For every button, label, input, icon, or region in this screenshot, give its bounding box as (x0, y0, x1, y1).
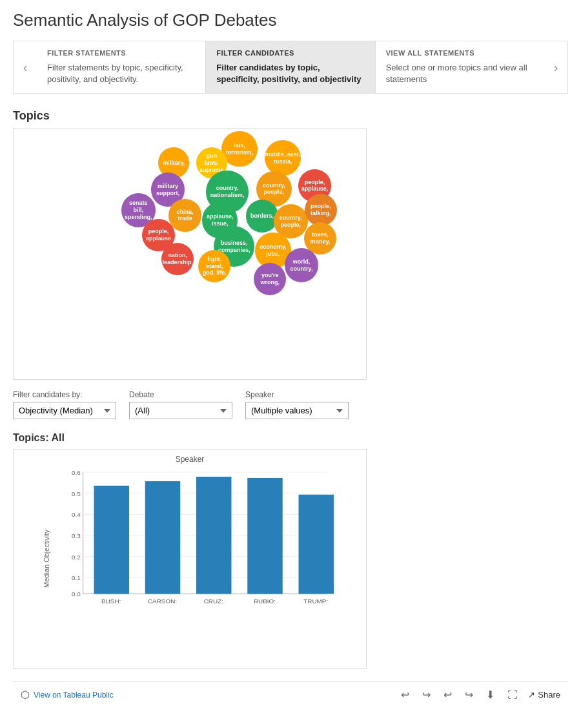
svg-text:0.0: 0.0 (72, 591, 81, 598)
chart-title: Topics: All (13, 432, 568, 444)
bubble-20[interactable]: fight, stand, god, life, (198, 250, 230, 282)
tableau-link[interactable]: View on Tableau Public (34, 691, 114, 700)
chart-y-axis-label: Median Objectivity (43, 530, 50, 588)
redo2-button[interactable]: ↪ (462, 687, 476, 702)
svg-text:RUBIO:: RUBIO: (254, 598, 276, 605)
carousel-right-arrow[interactable]: › (544, 41, 567, 93)
undo-button[interactable]: ↩ (398, 687, 412, 702)
carousel-item-title-2: FILTER CANDIDATES (216, 49, 364, 57)
filter-group-debate: Debate (All) Debate 1 Debate 2 Debate 3 (129, 390, 232, 419)
svg-text:BUSH:: BUSH: (101, 598, 121, 605)
footer-left: ⬡ View on Tableau Public (21, 689, 114, 701)
debate-label: Debate (129, 390, 232, 399)
bar-trump (299, 495, 334, 594)
debate-select[interactable]: (All) Debate 1 Debate 2 Debate 3 (129, 402, 232, 419)
share-icon: ↗ (528, 690, 535, 700)
filter-by-label: Filter candidates by: (13, 390, 116, 399)
share-button[interactable]: ↗ Share (528, 690, 560, 700)
bar-carson (145, 481, 180, 594)
filter-row: Filter candidates by: Objectivity (Media… (13, 390, 568, 419)
carousel-item-title-1: FILTER STATEMENTS (47, 49, 195, 57)
undo2-button[interactable]: ↩ (441, 687, 454, 702)
topics-bubble-chart: isis, terrorism,middle_east, russia,mili… (13, 128, 367, 380)
svg-text:CRUZ:: CRUZ: (204, 598, 223, 605)
bubble-11[interactable]: borders, (246, 200, 278, 232)
filter-group-speaker: Speaker (Multiple values) BUSH: CARSON: … (245, 390, 349, 419)
download-button[interactable]: ⬇ (484, 687, 497, 702)
bubble-19[interactable]: nation, leadership, (161, 243, 194, 275)
bar-bush (94, 486, 128, 594)
carousel-item-title-3: VIEW ALL STATEMENTS (386, 49, 534, 57)
footer-right: ↩ ↪ ↩ ↪ ⬇ ⛶ ↗ Share (398, 687, 560, 702)
topics-section-title: Topics (13, 109, 568, 123)
redo-button[interactable]: ↪ (420, 687, 433, 702)
svg-text:0.4: 0.4 (72, 512, 81, 519)
bar-chart-svg: 0.6 0.5 0.4 0.3 0.2 0.1 0.0 BUSH: CARSON… (59, 456, 334, 629)
bar-cruz (196, 477, 231, 594)
bubble-1[interactable]: middle_east, russia, (265, 140, 300, 176)
svg-text:0.5: 0.5 (72, 490, 81, 497)
speaker-select[interactable]: (Multiple values) BUSH: CARSON: CRUZ: RU… (245, 402, 349, 419)
filter-group-by: Filter candidates by: Objectivity (Media… (13, 390, 116, 419)
share-label: Share (538, 690, 560, 700)
svg-text:CARSON:: CARSON: (148, 598, 177, 605)
bubble-0[interactable]: isis, terrorism, (221, 131, 257, 167)
tableau-icon: ⬡ (21, 689, 30, 701)
fullscreen-button[interactable]: ⛶ (505, 688, 520, 702)
svg-text:0.6: 0.6 (72, 469, 81, 476)
bar-chart-area: Speaker Median Objectivity 0.6 0.5 0.4 0… (13, 449, 367, 669)
filter-by-select[interactable]: Objectivity (Median) Specificity (Median… (13, 402, 116, 419)
carousel: ‹ FILTER STATEMENTS Filter statements by… (13, 41, 568, 94)
svg-text:0.1: 0.1 (72, 575, 81, 582)
speaker-label: Speaker (245, 390, 349, 399)
bubble-21[interactable]: you're wrong, (254, 263, 286, 295)
carousel-item-view-statements[interactable]: VIEW ALL STATEMENTS Select one or more t… (376, 41, 544, 93)
carousel-item-desc-3: Select one or more topics and view all s… (386, 62, 534, 85)
carousel-items: FILTER STATEMENTS Filter statements by t… (37, 41, 544, 93)
carousel-left-arrow[interactable]: ‹ (14, 41, 37, 93)
svg-text:0.2: 0.2 (72, 554, 81, 561)
carousel-item-filter-candidates[interactable]: FILTER CANDIDATES Filter candidates by t… (206, 41, 375, 93)
bubble-13[interactable]: people, talking, (305, 194, 337, 226)
bar-rubio (247, 478, 282, 594)
footer: ⬡ View on Tableau Public ↩ ↪ ↩ ↪ ⬇ ⛶ ↗ S… (13, 681, 568, 707)
svg-text:0.3: 0.3 (72, 532, 81, 539)
bubble-9[interactable]: china, trade (168, 199, 201, 231)
carousel-item-desc-2: Filter candidates by topic, specificity,… (216, 62, 364, 85)
chart-speaker-label: Speaker (176, 455, 205, 464)
bubble-18[interactable]: world, country, (285, 248, 319, 282)
carousel-item-filter-statements[interactable]: FILTER STATEMENTS Filter statements by t… (37, 41, 206, 93)
svg-text:TRUMP:: TRUMP: (303, 598, 328, 605)
page-title: Semantic Analysis of GOP Debates (13, 10, 568, 30)
carousel-item-desc-1: Filter statements by topic, specificity,… (47, 62, 195, 85)
